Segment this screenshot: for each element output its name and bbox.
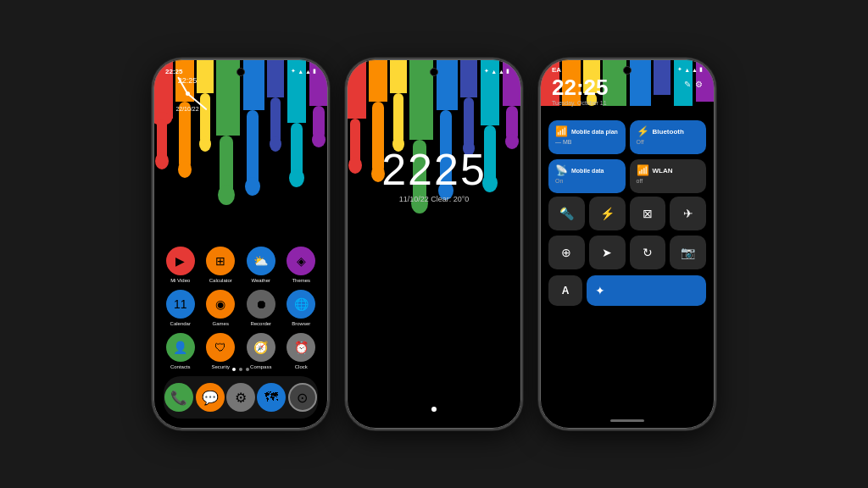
- app-label-weather: Weather: [251, 278, 270, 283]
- svg-point-29: [348, 157, 362, 174]
- dock-apps[interactable]: ⊙: [288, 383, 317, 412]
- wifi-icon-3: ▲: [692, 67, 698, 73]
- page-indicator: [232, 368, 249, 371]
- app-dock: 📞 💬 ⚙ 🗺 ⊙: [164, 376, 318, 419]
- cc-bottom-controls: A ✦: [548, 275, 706, 306]
- bluetooth-tile-icon: ⚡: [637, 125, 649, 137]
- cc-btn-accessibility[interactable]: A: [548, 275, 582, 306]
- app-security[interactable]: 🛡 Security: [204, 333, 238, 369]
- app-contacts[interactable]: 👤 Contacts: [164, 333, 198, 369]
- cc-header-icons: ✎ ⚙: [684, 80, 703, 89]
- status-icons-2: ✦ ▲ ▲ ▮: [484, 68, 509, 75]
- app-icon-calculator: ⊞: [206, 247, 235, 275]
- dock-messages[interactable]: 💬: [196, 383, 225, 412]
- app-label-compass: Compass: [250, 364, 271, 369]
- cc-tile-mobile-data-sub: On: [555, 178, 619, 184]
- dock-phone[interactable]: 📞: [164, 383, 193, 412]
- app-label-calendar: Calendar: [170, 321, 191, 326]
- cc-tile-wlan-sub: off: [637, 178, 700, 184]
- cc-tiles-row1: 📶 Mobile data plan — MB ⚡ Bluetooth Off: [548, 120, 706, 154]
- battery-icon-3: ▮: [699, 66, 703, 73]
- camera-hole-2: [430, 68, 438, 76]
- bluetooth-icon-1: ✦: [291, 68, 296, 75]
- cc-tile-mobile-data-plan[interactable]: 📶 Mobile data plan — MB: [548, 120, 626, 154]
- app-label-recorder: Recorder: [250, 321, 271, 326]
- app-themes[interactable]: ◈ Themes: [285, 247, 319, 283]
- app-games[interactable]: ◉ Games: [204, 290, 238, 326]
- cc-header-row: 22:25 Tuesday, October 11 ✎ ⚙: [552, 76, 703, 106]
- phones-container: 22:25 ✦ ▲ ▲ ▮ 22:25 22/10/22: [0, 0, 868, 488]
- cc-small-flashlight[interactable]: 🔦: [548, 197, 585, 230]
- app-label-browser: Browser: [292, 321, 310, 326]
- cc-small-location[interactable]: ➤: [589, 236, 626, 269]
- bluetooth-icon-3: ✦: [677, 66, 682, 73]
- app-compass[interactable]: 🧭 Compass: [244, 333, 278, 369]
- app-calendar[interactable]: 11 Calendar: [164, 290, 198, 326]
- signal-icon-1: ▲: [298, 69, 303, 75]
- svg-rect-6: [179, 102, 191, 169]
- wifi-icon-1: ▲: [305, 69, 311, 75]
- clock-date-display: 22/10/22: [175, 106, 198, 112]
- app-weather[interactable]: ⛅ Weather: [244, 247, 278, 283]
- app-label-mi-video: Mi Video: [170, 278, 190, 283]
- svg-point-50: [505, 134, 519, 149]
- cc-small-invert[interactable]: ⊕: [548, 236, 585, 269]
- dock-settings[interactable]: ⚙: [226, 383, 255, 412]
- app-icon-weather: ⛅: [247, 247, 275, 275]
- phone-home: 22:25 ✦ ▲ ▲ ▮ 22:25 22/10/22: [152, 58, 330, 430]
- app-label-games: Games: [213, 321, 229, 326]
- lock-screen: ✦ ▲ ▲ ▮ 2225 11/10/22 Clear: 20°0: [347, 59, 521, 429]
- app-browser[interactable]: 🌐 Browser: [285, 290, 319, 326]
- cc-small-tiles-row2: ⊕ ➤ ↻ 📷: [548, 236, 706, 269]
- cc-small-nfc[interactable]: ⚡: [589, 197, 626, 230]
- app-grid: ▶ Mi Video ⊞ Calculator ⛅ Weather ◈ Them…: [164, 247, 318, 369]
- mobile-data-icon: 📡: [555, 164, 568, 176]
- app-icon-themes: ◈: [287, 247, 315, 275]
- phone-lock: ✦ ▲ ▲ ▮ 2225 11/10/22 Clear: 20°0: [345, 58, 523, 430]
- app-calculator[interactable]: ⊞ Calculator: [204, 247, 238, 283]
- cc-tile-bluetooth-title: Bluetooth: [653, 128, 684, 136]
- cc-brightness-slider[interactable]: ✦: [587, 275, 706, 306]
- svg-point-4: [155, 152, 169, 169]
- cc-time-big: 22:25: [552, 76, 609, 98]
- camera-hole-1: [236, 68, 245, 76]
- cc-date-text: Tuesday, October 11: [552, 100, 609, 106]
- cc-small-rotation[interactable]: ↻: [630, 236, 666, 269]
- status-icons-3: ✦ ▲ ▲ ▮: [677, 66, 703, 73]
- app-icon-mi-video: ▶: [166, 247, 195, 275]
- status-icons-1: ✦ ▲ ▲ ▮: [291, 68, 316, 75]
- edit-icon[interactable]: ✎: [684, 80, 691, 89]
- app-icon-recorder: ⏺: [247, 290, 275, 319]
- lock-time-display: 2225: [381, 144, 487, 195]
- cc-small-airplane[interactable]: ✈: [670, 197, 706, 230]
- svg-rect-15: [247, 110, 259, 186]
- dock-maps[interactable]: 🗺: [257, 383, 286, 412]
- app-icon-contacts: 👤: [166, 333, 195, 362]
- cc-tile-mobile-data[interactable]: 📡 Mobile data On: [548, 159, 626, 193]
- home-screen: 22:25 ✦ ▲ ▲ ▮ 22:25 22/10/22: [153, 59, 328, 429]
- svg-point-22: [289, 169, 304, 187]
- lock-dot-indicator: [431, 407, 437, 412]
- cc-small-screen-cast[interactable]: ⊠: [630, 197, 666, 230]
- cc-left: 22:25 Tuesday, October 11: [552, 76, 609, 106]
- battery-icon-1: ▮: [313, 68, 316, 75]
- app-label-contacts: Contacts: [170, 364, 191, 369]
- signal-icon-2: ▲: [491, 69, 497, 75]
- app-label-clock: Clock: [295, 364, 308, 369]
- cc-small-video[interactable]: 📷: [670, 236, 706, 269]
- app-recorder[interactable]: ⏺ Recorder: [244, 290, 278, 326]
- app-mi-video[interactable]: ▶ Mi Video: [164, 247, 198, 283]
- cc-tile-bluetooth-sub: Off: [637, 139, 700, 145]
- cc-tile-mobile-data-plan-sub: — MB: [555, 139, 619, 145]
- cc-tile-bluetooth[interactable]: ⚡ Bluetooth Off: [630, 120, 707, 154]
- app-icon-browser: 🌐: [287, 290, 315, 319]
- accessibility-label: A: [562, 285, 570, 297]
- wallpaper-drip-1: [153, 59, 328, 229]
- lock-date-display: 11/10/22 Clear: 20°0: [399, 195, 470, 203]
- cc-tile-wlan[interactable]: 📶 WLAN off: [630, 159, 707, 193]
- clock-center-dot: [186, 92, 190, 96]
- settings-icon[interactable]: ⚙: [695, 80, 703, 89]
- app-label-security: Security: [211, 364, 230, 369]
- cc-tiles-row2: 📡 Mobile data On 📶 WLAN off: [548, 159, 706, 193]
- app-clock[interactable]: ⏰ Clock: [285, 333, 319, 369]
